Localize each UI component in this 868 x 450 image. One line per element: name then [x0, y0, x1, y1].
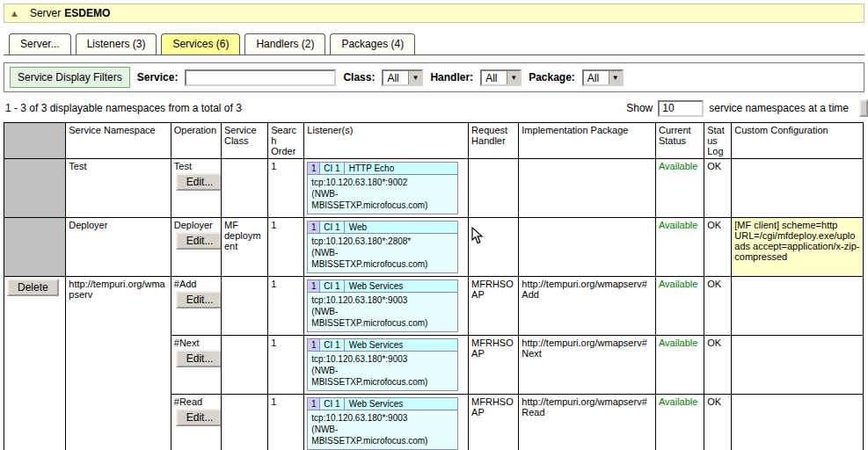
listener-detail: tcp:10.120.63.180*:9003 (NWB-MBISSETXP.m…	[308, 293, 457, 331]
listener-name: Web Services	[345, 280, 458, 292]
service-class-cell	[221, 277, 267, 336]
tab-server[interactable]: Server...	[9, 33, 71, 54]
listener-header: 1 CI 1 Web	[308, 221, 457, 234]
table-row-test: Test Test Edit... 1 1 CI 1 HTTP Echo	[4, 159, 864, 218]
search-order-cell: 1	[268, 336, 304, 395]
namespace-cell: Test	[66, 159, 171, 218]
listener-box: 1 CI 1 Web tcp:10.120.63.180*:2808* (NWB…	[307, 221, 458, 273]
handler-filter-label: Handler:	[430, 71, 473, 83]
action-cell	[4, 218, 66, 277]
package-select[interactable]: All ▼	[582, 69, 624, 86]
implementation-cell: http://tempuri.org/wmapserv#Add	[519, 277, 656, 336]
listener-address: tcp:10.120.63.180*:9003	[311, 412, 454, 424]
listener-conn: CI 1	[320, 280, 344, 292]
request-handler-cell	[469, 218, 519, 277]
pagination-row: 1 - 3 of 3 displayable namespaces from a…	[4, 98, 864, 119]
header-service-namespace: Service Namespace	[66, 123, 171, 159]
request-handler-cell: MFRHSOAP	[469, 277, 519, 336]
search-order-cell: 1	[268, 159, 304, 218]
edit-button[interactable]: Edit...	[176, 173, 222, 191]
tab-handlers[interactable]: Handlers (2)	[244, 33, 325, 54]
status-log-cell: OK	[704, 395, 732, 450]
filter-bar: Service Display Filters Service: Class: …	[4, 62, 864, 92]
class-select-value: All	[383, 71, 408, 84]
header-request-handler: Request Handler	[469, 123, 519, 159]
listener-address: tcp:10.120.63.180*:2808*	[311, 236, 454, 247]
listener-detail: tcp:10.120.63.180*:9002 (NWB-MBISSETXP.m…	[308, 175, 457, 214]
request-handler-cell: MFRHSOAP	[469, 395, 519, 450]
service-display-filters-label: Service Display Filters	[10, 67, 130, 88]
header-status-log: Status Log	[704, 123, 732, 159]
listener-conn: CI 1	[320, 339, 344, 351]
operation-label: Test	[174, 161, 218, 171]
server-title: ServerESDEMO	[30, 7, 110, 19]
listener-detail: tcp:10.120.63.180*:9003 (NWB-MBISSETXP.m…	[308, 352, 457, 390]
operation-label: #Add	[174, 279, 218, 289]
show-count-input[interactable]	[658, 100, 704, 117]
tab-packages[interactable]: Packages (4)	[330, 33, 415, 54]
current-status-cell: Available	[655, 277, 704, 336]
dropdown-arrow-icon: ▼	[609, 71, 622, 84]
header-action	[4, 123, 66, 159]
listener-name: Web Services	[345, 339, 458, 351]
implementation-cell: http://tempuri.org/wmapserv#Next	[519, 336, 656, 395]
handler-select-value: All	[482, 71, 507, 84]
server-header-bar: ▲ ServerESDEMO	[4, 4, 864, 23]
listener-box: 1 CI 1 Web Services tcp:10.120.63.180*:9…	[307, 338, 458, 391]
collapse-triangle-icon[interactable]: ▲	[10, 9, 19, 18]
edit-button[interactable]: Edit...	[176, 350, 222, 367]
header-service-class: Service Class	[221, 123, 267, 159]
package-select-value: All	[584, 71, 609, 84]
action-cell	[4, 159, 66, 218]
custom-config-cell	[732, 395, 864, 450]
request-handler-cell	[469, 159, 519, 218]
request-handler-cell: MFRHSOAP	[469, 336, 519, 395]
status-log-cell: OK	[704, 159, 732, 218]
listener-detail: tcp:10.120.63.180*:2808* (NWB-MBISSETXP.…	[308, 234, 457, 272]
operation-cell: #Next Edit...	[171, 336, 221, 395]
show-suffix-label: service namespaces at a time	[709, 102, 849, 114]
class-select[interactable]: All ▼	[382, 69, 423, 86]
search-order-cell: 1	[268, 218, 304, 277]
operation-cell: Test Edit...	[171, 159, 221, 218]
namespace-cell: Deployer	[66, 218, 171, 277]
current-status-cell: Available	[655, 218, 704, 277]
search-order-cell: 1	[268, 395, 304, 450]
delete-button[interactable]: Delete	[7, 279, 59, 296]
service-filter-label: Service:	[137, 71, 179, 83]
custom-config-cell: [MF client] scheme=http URL=/cgi/mfdeplo…	[732, 218, 864, 277]
listener-name: Web	[345, 221, 458, 233]
service-filter-input[interactable]	[185, 69, 336, 86]
show-controls: Show service namespaces at a time	[626, 99, 863, 117]
cut-off-button[interactable]	[859, 99, 868, 117]
listener-host: (NWB-MBISSETXP.microfocus.com)	[311, 247, 454, 270]
dropdown-arrow-icon: ▼	[408, 71, 421, 84]
listener-address: tcp:10.120.63.180*:9002	[311, 177, 454, 188]
service-class-cell	[221, 395, 267, 450]
operation-label: #Read	[174, 396, 218, 407]
implementation-cell: http://tempuri.org/wmapserv#Read	[519, 395, 656, 450]
listener-number: 1	[308, 339, 320, 351]
operation-cell: #Read Edit...	[171, 395, 221, 450]
table-row-deployer: Deployer Deployer Edit... MF deployment …	[4, 218, 864, 277]
listener-number: 1	[308, 221, 320, 233]
implementation-cell	[519, 159, 656, 218]
listener-header: 1 CI 1 HTTP Echo	[308, 163, 457, 175]
tab-listeners[interactable]: Listeners (3)	[76, 33, 157, 54]
class-filter-label: Class:	[343, 71, 375, 83]
operation-cell: #Add Edit...	[171, 277, 221, 336]
current-status-cell: Available	[655, 336, 704, 395]
listeners-cell: 1 CI 1 Web tcp:10.120.63.180*:2808* (NWB…	[304, 218, 469, 277]
status-log-cell: OK	[704, 218, 732, 277]
package-filter-label: Package:	[529, 71, 575, 83]
edit-button[interactable]: Edit...	[176, 232, 222, 250]
tab-services[interactable]: Services (6)	[161, 33, 240, 54]
service-class-cell: MF deployment	[221, 218, 267, 277]
service-class-cell	[221, 159, 267, 218]
page: ▲ ServerESDEMO Server... Listeners (3) S…	[0, 0, 868, 450]
edit-button[interactable]: Edit...	[176, 291, 222, 308]
handler-select[interactable]: All ▼	[480, 69, 522, 86]
operation-label: #Next	[174, 338, 218, 348]
edit-button[interactable]: Edit...	[176, 409, 222, 426]
header-listeners: Listener(s)	[304, 123, 469, 159]
